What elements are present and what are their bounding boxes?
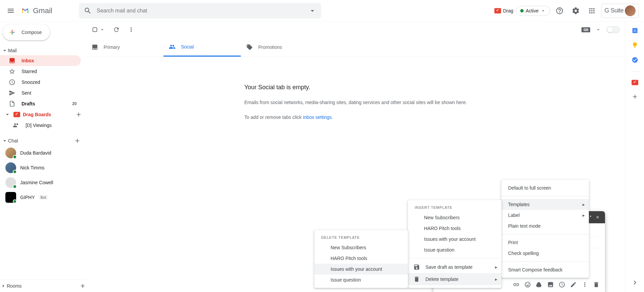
add-panel-icon[interactable]: [632, 93, 638, 100]
chat-duda[interactable]: Duda Bardavid: [0, 145, 86, 160]
drag-boards-header[interactable]: Drag Boards: [0, 109, 86, 120]
gsuite-button[interactable]: G Suite: [601, 4, 639, 18]
more-options-icon[interactable]: [581, 281, 588, 288]
template-issues-account[interactable]: Issues with your account: [408, 234, 501, 245]
chat-jasmine[interactable]: Jasmine Cowell: [0, 175, 86, 190]
compose-toolbar: [513, 277, 600, 292]
split-pane-toggle[interactable]: [606, 26, 620, 33]
menu-default-fullscreen[interactable]: Default to full screen: [501, 183, 589, 193]
drag-extension[interactable]: Drag: [494, 8, 513, 13]
inbox-settings-link[interactable]: inbox settings: [303, 115, 332, 120]
plus-icon: [7, 27, 17, 38]
starred-label: Starred: [22, 69, 37, 74]
drive-icon[interactable]: [536, 281, 542, 288]
search-input[interactable]: [97, 8, 308, 14]
apps-button[interactable]: [585, 4, 599, 18]
search-box[interactable]: [79, 3, 321, 19]
gmail-logo[interactable]: Gmail: [20, 6, 52, 15]
compose-button[interactable]: Compose: [3, 24, 50, 40]
avatar: [5, 192, 16, 203]
input-tools[interactable]: ⌨: [581, 27, 590, 32]
support-button[interactable]: [553, 4, 566, 18]
sidebar-item-snoozed[interactable]: Snoozed: [0, 77, 81, 88]
empty-state: Your Social tab is empty. Emails from so…: [244, 57, 467, 129]
menu-label[interactable]: Label: [501, 210, 589, 221]
status-dot: [520, 9, 524, 12]
chat-name: Nick Timms: [20, 165, 44, 170]
menu-delete-template[interactable]: Delete template: [408, 273, 501, 285]
account-avatar[interactable]: [625, 5, 636, 16]
delete-template-issue-question[interactable]: Issue question: [314, 274, 408, 285]
avatar: [5, 162, 16, 173]
board-viewings[interactable]: [D] Viewings: [0, 120, 81, 131]
presence-indicator: [13, 199, 17, 203]
tab-social[interactable]: Social: [163, 38, 241, 57]
add-chat-icon[interactable]: [74, 137, 81, 144]
menu-divider: [501, 234, 589, 234]
menu-plain-text[interactable]: Plain text mode: [501, 221, 589, 231]
search-options-icon[interactable]: [308, 7, 316, 15]
signature-icon[interactable]: [570, 281, 577, 288]
save-icon: [413, 264, 420, 270]
close-icon[interactable]: [596, 215, 600, 219]
emoji-icon[interactable]: [524, 281, 531, 288]
sidebar-item-inbox[interactable]: Inbox: [0, 55, 81, 66]
keep-icon[interactable]: [632, 42, 638, 48]
add-room-icon[interactable]: [79, 283, 86, 289]
chevron-right-icon: [0, 283, 7, 289]
menu-save-draft-template[interactable]: Save draft as template: [408, 261, 501, 273]
link-icon[interactable]: [513, 281, 520, 288]
discard-icon[interactable]: [593, 281, 600, 288]
menu-smart-compose-feedback[interactable]: Smart Compose feedback: [501, 264, 589, 275]
drag-panel-icon[interactable]: [632, 80, 638, 85]
expand-panel-icon[interactable]: [631, 279, 639, 287]
avatar: [5, 177, 16, 188]
presence-indicator: [13, 170, 17, 174]
menu-check-spelling[interactable]: Check spelling: [501, 248, 589, 259]
tab-primary[interactable]: Primary: [86, 38, 163, 57]
drag-icon: [13, 112, 20, 117]
confidential-icon[interactable]: [559, 281, 565, 288]
svg-text:31: 31: [633, 29, 637, 32]
side-panel: 31: [625, 22, 644, 292]
photo-icon[interactable]: [547, 281, 554, 288]
chat-section-header[interactable]: Chat: [0, 136, 86, 145]
template-issue-question[interactable]: Issue question: [408, 245, 501, 255]
delete-template-haro[interactable]: HARO Pitch tools: [314, 253, 408, 264]
chevron-down-icon[interactable]: [596, 27, 601, 32]
menu-divider: [501, 261, 589, 262]
menu-templates[interactable]: Templates: [501, 199, 589, 210]
chevron-down-icon: [540, 8, 546, 13]
gmail-text: Gmail: [33, 6, 52, 15]
gsuite-text: G Suite: [604, 7, 623, 14]
refresh-icon[interactable]: [113, 26, 120, 33]
delete-template-issues-account[interactable]: Issues with your account: [314, 264, 408, 274]
add-board-icon[interactable]: [75, 111, 82, 118]
svg-rect-0: [93, 28, 97, 32]
delete-template-new-subscribers[interactable]: New Subscribers: [314, 242, 408, 253]
drafts-count: 20: [72, 101, 77, 106]
more-icon[interactable]: [128, 26, 135, 33]
chat-nick[interactable]: Nick Timms: [0, 160, 86, 175]
empty-settings-line: To add or remove tabs click inbox settin…: [244, 114, 467, 121]
tab-promotions[interactable]: Promotions: [241, 38, 318, 57]
select-all-checkbox[interactable]: [91, 26, 105, 33]
rooms-section-header[interactable]: Rooms: [0, 280, 86, 292]
sidebar-item-starred[interactable]: Starred: [0, 66, 81, 77]
sidebar-item-drafts[interactable]: Drafts 20: [0, 98, 81, 109]
chat-name: Jasmine Cowell: [20, 180, 53, 185]
chat-giphy[interactable]: GIPHY Bot: [0, 190, 86, 205]
inbox-icon: [9, 57, 15, 64]
template-haro[interactable]: HARO Pitch tools: [408, 223, 501, 234]
menu-print[interactable]: Print: [501, 237, 589, 248]
settings-button[interactable]: [569, 4, 582, 18]
status-selector[interactable]: Active: [516, 6, 550, 16]
sidebar-item-sent[interactable]: Sent: [0, 88, 81, 98]
header: Gmail Drag Active G Suite: [0, 0, 644, 22]
drag-label: Drag: [503, 8, 513, 13]
template-new-subscribers[interactable]: New Subscribers: [408, 212, 501, 223]
tasks-icon[interactable]: [632, 57, 638, 63]
main-menu-button[interactable]: [3, 3, 19, 19]
calendar-icon[interactable]: 31: [632, 27, 638, 34]
mail-section-header[interactable]: Mail: [0, 46, 86, 55]
